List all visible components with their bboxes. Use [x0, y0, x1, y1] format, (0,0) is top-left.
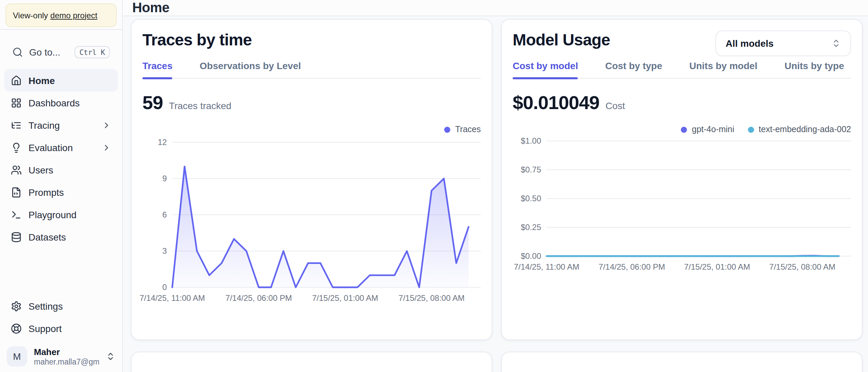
- cost-metric: $0.010049 Cost: [513, 92, 851, 114]
- lightbulb-icon: [11, 142, 22, 153]
- sidebar-item-label: Evaluation: [28, 142, 95, 153]
- sidebar-item-label: Settings: [28, 301, 111, 311]
- svg-text:12: 12: [158, 138, 167, 147]
- sidebar-banner-section: View-only demo project: [0, 0, 122, 30]
- tab-traces[interactable]: Traces: [142, 56, 173, 78]
- svg-text:7/15/25, 08:00 AM: 7/15/25, 08:00 AM: [398, 293, 465, 303]
- legend-dot: [681, 126, 687, 132]
- shortcut-badge: Ctrl K: [75, 46, 110, 58]
- svg-text:7/14/25, 11:00 AM: 7/14/25, 11:00 AM: [514, 262, 579, 271]
- metric-value: $0.010049: [513, 92, 599, 114]
- cards-row-2: [131, 340, 863, 372]
- sidebar: View-only demo project Go to... Ctrl K H…: [0, 0, 123, 372]
- svg-text:6: 6: [162, 210, 167, 219]
- users-icon: [11, 164, 22, 175]
- card-title: Model Usage: [513, 30, 610, 49]
- app-root: View-only demo project Go to... Ctrl K H…: [0, 0, 868, 372]
- chevron-right-icon: [102, 120, 111, 130]
- model-usage-card: Model Usage All models Cost by model Cos…: [501, 19, 863, 340]
- chevrons-up-down-icon: [106, 352, 115, 361]
- list-tree-icon: [11, 120, 22, 130]
- legend-dot: [445, 126, 451, 132]
- legend-label: text-embedding-ada-002: [759, 125, 851, 134]
- terminal-icon: [11, 209, 22, 220]
- grid-icon: [11, 97, 22, 108]
- banner-text: View-only: [13, 11, 48, 20]
- svg-text:7/15/25, 01:00 AM: 7/15/25, 01:00 AM: [312, 293, 378, 303]
- traces-chart-legend: Traces: [142, 125, 481, 134]
- sidebar-item-evaluation[interactable]: Evaluation: [4, 136, 118, 159]
- model-usage-tabs: Cost by model Cost by type Units by mode…: [513, 56, 851, 79]
- sidebar-item-label: Tracing: [28, 120, 95, 130]
- sidebar-item-users[interactable]: Users: [4, 159, 118, 181]
- go-to-search[interactable]: Go to... Ctrl K: [7, 41, 115, 64]
- sidebar-item-label: Playground: [28, 209, 111, 220]
- legend-label: gpt-4o-mini: [692, 125, 734, 134]
- svg-text:$0.00: $0.00: [521, 251, 541, 261]
- svg-text:7/15/25, 08:00 AM: 7/15/25, 08:00 AM: [769, 262, 835, 271]
- user-menu[interactable]: M Maher maher.malla7@gmai...: [7, 346, 115, 367]
- tab-observations-by-level[interactable]: Observations by Level: [200, 56, 301, 78]
- legend-item: gpt-4o-mini: [681, 125, 734, 134]
- search-icon: [12, 47, 23, 58]
- svg-text:$0.25: $0.25: [521, 223, 541, 232]
- svg-text:7/14/25, 11:00 AM: 7/14/25, 11:00 AM: [139, 293, 205, 303]
- sidebar-nav: Home Dashboards Tracing Evaluation Users: [0, 68, 122, 249]
- sidebar-item-label: Prompts: [28, 187, 111, 198]
- model-usage-chart-legend: gpt-4o-mini text-embedding-ada-002: [513, 125, 851, 134]
- svg-text:$0.50: $0.50: [521, 194, 541, 203]
- sidebar-item-label: Home: [28, 75, 111, 86]
- metric-label: Traces tracked: [169, 100, 231, 111]
- view-only-banner: View-only demo project: [5, 3, 117, 27]
- traces-tabs: Traces Observations by Level: [142, 56, 481, 79]
- sidebar-item-prompts[interactable]: Prompts: [4, 181, 118, 203]
- sidebar-item-support[interactable]: Support: [4, 317, 118, 339]
- card-title: Traces by time: [142, 30, 481, 49]
- demo-project-link[interactable]: demo project: [50, 11, 97, 20]
- metric-value: 59: [142, 92, 163, 114]
- go-to-label: Go to...: [29, 47, 68, 58]
- page-title: Home: [132, 0, 170, 16]
- legend-item: Traces: [445, 125, 481, 134]
- sidebar-item-datasets[interactable]: Datasets: [4, 226, 118, 248]
- svg-text:3: 3: [162, 246, 167, 255]
- svg-text:7/14/25, 06:00 PM: 7/14/25, 06:00 PM: [598, 262, 665, 271]
- tab-cost-by-type[interactable]: Cost by type: [605, 56, 662, 78]
- sidebar-item-tracing[interactable]: Tracing: [4, 114, 118, 136]
- top-bar: Home: [123, 0, 868, 16]
- legend-dot: [748, 126, 754, 132]
- sidebar-item-home[interactable]: Home: [4, 69, 118, 91]
- file-code-icon: [11, 187, 22, 198]
- tab-cost-by-model[interactable]: Cost by model: [513, 56, 578, 78]
- sidebar-spacer: [0, 249, 122, 293]
- sidebar-item-label: Datasets: [28, 231, 111, 242]
- sidebar-item-playground[interactable]: Playground: [4, 203, 118, 226]
- database-icon: [11, 231, 22, 242]
- cards-row-1: Traces by time Traces Observations by Le…: [131, 19, 863, 340]
- sidebar-item-settings[interactable]: Settings: [4, 295, 118, 317]
- sidebar-item-dashboards[interactable]: Dashboards: [4, 91, 118, 114]
- life-buoy-icon: [11, 323, 22, 334]
- svg-text:$1.00: $1.00: [521, 136, 541, 145]
- main-area: Home Traces by time Traces Observations …: [123, 0, 868, 372]
- tab-units-by-type[interactable]: Units by type: [785, 56, 844, 78]
- chevrons-up-down-icon: [831, 39, 841, 48]
- model-usage-line-chart: $0.00$0.25$0.50$0.75$1.007/14/25, 11:00 …: [513, 137, 852, 275]
- tab-units-by-model[interactable]: Units by model: [689, 56, 757, 78]
- legend-item: text-embedding-ada-002: [748, 125, 851, 134]
- sidebar-item-label: Users: [28, 164, 111, 175]
- model-usage-head: Model Usage All models: [513, 30, 851, 56]
- chevron-right-icon: [102, 143, 111, 152]
- svg-text:7/14/25, 06:00 PM: 7/14/25, 06:00 PM: [225, 293, 292, 303]
- sidebar-footer-nav: Settings Support: [0, 293, 122, 341]
- home-icon: [11, 75, 22, 86]
- svg-text:$0.75: $0.75: [521, 165, 541, 174]
- metric-label: Cost: [606, 100, 625, 111]
- sidebar-item-label: Support: [28, 323, 111, 334]
- legend-label: Traces: [455, 125, 481, 134]
- svg-text:9: 9: [162, 174, 167, 183]
- gear-icon: [11, 301, 22, 311]
- select-value: All models: [726, 38, 774, 49]
- partial-card-right: [501, 352, 863, 372]
- model-filter-select[interactable]: All models: [715, 30, 851, 56]
